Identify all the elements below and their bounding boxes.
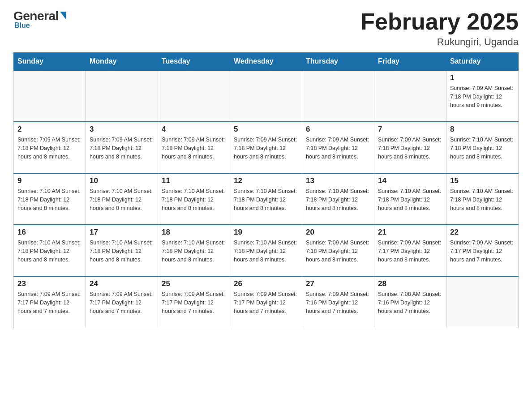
day-number: 23 — [17, 279, 82, 288]
day-info: Sunrise: 7:08 AM Sunset: 7:16 PM Dayligh… — [378, 290, 442, 315]
calendar-cell: 17Sunrise: 7:10 AM Sunset: 7:18 PM Dayli… — [86, 225, 158, 276]
day-number: 24 — [90, 279, 154, 288]
day-info: Sunrise: 7:10 AM Sunset: 7:18 PM Dayligh… — [234, 187, 298, 212]
calendar-cell — [230, 70, 302, 122]
day-number: 22 — [450, 228, 515, 237]
calendar-cell — [302, 70, 374, 122]
week-row-3: 9Sunrise: 7:10 AM Sunset: 7:18 PM Daylig… — [14, 173, 519, 225]
day-info: Sunrise: 7:09 AM Sunset: 7:18 PM Dayligh… — [306, 239, 370, 264]
calendar-cell: 5Sunrise: 7:09 AM Sunset: 7:18 PM Daylig… — [230, 122, 302, 173]
calendar-cell: 18Sunrise: 7:10 AM Sunset: 7:18 PM Dayli… — [158, 225, 230, 276]
calendar-cell: 7Sunrise: 7:09 AM Sunset: 7:18 PM Daylig… — [374, 122, 446, 173]
day-info: Sunrise: 7:10 AM Sunset: 7:18 PM Dayligh… — [17, 187, 82, 212]
calendar-cell: 12Sunrise: 7:10 AM Sunset: 7:18 PM Dayli… — [230, 173, 302, 225]
calendar-cell: 14Sunrise: 7:10 AM Sunset: 7:18 PM Dayli… — [374, 173, 446, 225]
day-header-tuesday: Tuesday — [158, 53, 230, 71]
day-number: 9 — [17, 176, 82, 185]
day-info: Sunrise: 7:10 AM Sunset: 7:18 PM Dayligh… — [378, 187, 442, 212]
calendar-cell: 2Sunrise: 7:09 AM Sunset: 7:18 PM Daylig… — [14, 122, 86, 173]
day-info: Sunrise: 7:09 AM Sunset: 7:18 PM Dayligh… — [306, 136, 370, 161]
week-row-4: 16Sunrise: 7:10 AM Sunset: 7:18 PM Dayli… — [14, 225, 519, 276]
day-header-wednesday: Wednesday — [230, 53, 302, 71]
day-number: 17 — [90, 228, 154, 237]
calendar-cell: 27Sunrise: 7:09 AM Sunset: 7:16 PM Dayli… — [302, 276, 374, 328]
calendar-cell — [446, 276, 519, 328]
day-info: Sunrise: 7:09 AM Sunset: 7:17 PM Dayligh… — [234, 290, 298, 315]
logo: General Blue — [13, 9, 66, 30]
calendar-cell: 10Sunrise: 7:10 AM Sunset: 7:18 PM Dayli… — [86, 173, 158, 225]
day-info: Sunrise: 7:10 AM Sunset: 7:18 PM Dayligh… — [450, 136, 515, 161]
calendar-cell: 3Sunrise: 7:09 AM Sunset: 7:18 PM Daylig… — [86, 122, 158, 173]
month-title: February 2025 — [360, 9, 519, 34]
page-header: General Blue February 2025 Rukungiri, Ug… — [13, 9, 519, 48]
day-number: 21 — [378, 228, 442, 237]
title-area: February 2025 Rukungiri, Uganda — [360, 9, 519, 48]
day-number: 8 — [450, 125, 515, 134]
calendar-cell: 25Sunrise: 7:09 AM Sunset: 7:17 PM Dayli… — [158, 276, 230, 328]
day-info: Sunrise: 7:09 AM Sunset: 7:18 PM Dayligh… — [450, 84, 515, 109]
calendar-cell: 1Sunrise: 7:09 AM Sunset: 7:18 PM Daylig… — [446, 70, 519, 122]
day-number: 18 — [162, 228, 226, 237]
calendar-cell: 6Sunrise: 7:09 AM Sunset: 7:18 PM Daylig… — [302, 122, 374, 173]
calendar-cell — [158, 70, 230, 122]
day-number: 2 — [17, 125, 82, 134]
day-number: 26 — [234, 279, 298, 288]
day-number: 25 — [162, 279, 226, 288]
day-number: 4 — [162, 125, 226, 134]
calendar-cell: 16Sunrise: 7:10 AM Sunset: 7:18 PM Dayli… — [14, 225, 86, 276]
day-number: 1 — [450, 73, 515, 82]
day-number: 3 — [90, 125, 154, 134]
calendar-header-row: SundayMondayTuesdayWednesdayThursdayFrid… — [14, 53, 519, 71]
day-header-thursday: Thursday — [302, 53, 374, 71]
day-info: Sunrise: 7:09 AM Sunset: 7:17 PM Dayligh… — [378, 239, 442, 264]
day-info: Sunrise: 7:09 AM Sunset: 7:18 PM Dayligh… — [162, 136, 226, 161]
day-header-saturday: Saturday — [446, 53, 519, 71]
calendar-cell: 13Sunrise: 7:10 AM Sunset: 7:18 PM Dayli… — [302, 173, 374, 225]
day-number: 28 — [378, 279, 442, 288]
calendar-cell — [14, 70, 86, 122]
day-header-sunday: Sunday — [14, 53, 86, 71]
calendar-cell: 15Sunrise: 7:10 AM Sunset: 7:18 PM Dayli… — [446, 173, 519, 225]
day-info: Sunrise: 7:10 AM Sunset: 7:18 PM Dayligh… — [90, 239, 154, 264]
location-label: Rukungiri, Uganda — [360, 36, 519, 48]
day-info: Sunrise: 7:09 AM Sunset: 7:17 PM Dayligh… — [17, 290, 82, 315]
day-number: 27 — [306, 279, 370, 288]
calendar-cell: 28Sunrise: 7:08 AM Sunset: 7:16 PM Dayli… — [374, 276, 446, 328]
day-info: Sunrise: 7:10 AM Sunset: 7:18 PM Dayligh… — [306, 187, 370, 212]
calendar-cell: 19Sunrise: 7:10 AM Sunset: 7:18 PM Dayli… — [230, 225, 302, 276]
calendar-cell: 22Sunrise: 7:09 AM Sunset: 7:17 PM Dayli… — [446, 225, 519, 276]
day-info: Sunrise: 7:09 AM Sunset: 7:17 PM Dayligh… — [162, 290, 226, 315]
calendar-cell: 8Sunrise: 7:10 AM Sunset: 7:18 PM Daylig… — [446, 122, 519, 173]
week-row-5: 23Sunrise: 7:09 AM Sunset: 7:17 PM Dayli… — [14, 276, 519, 328]
day-info: Sunrise: 7:09 AM Sunset: 7:17 PM Dayligh… — [450, 239, 515, 264]
calendar-cell — [374, 70, 446, 122]
day-number: 5 — [234, 125, 298, 134]
day-number: 14 — [378, 176, 442, 185]
calendar-cell: 9Sunrise: 7:10 AM Sunset: 7:18 PM Daylig… — [14, 173, 86, 225]
week-row-2: 2Sunrise: 7:09 AM Sunset: 7:18 PM Daylig… — [14, 122, 519, 173]
day-info: Sunrise: 7:09 AM Sunset: 7:18 PM Dayligh… — [378, 136, 442, 161]
calendar-cell: 24Sunrise: 7:09 AM Sunset: 7:17 PM Dayli… — [86, 276, 158, 328]
calendar-cell: 21Sunrise: 7:09 AM Sunset: 7:17 PM Dayli… — [374, 225, 446, 276]
day-number: 13 — [306, 176, 370, 185]
logo-triangle-icon — [60, 12, 66, 20]
day-info: Sunrise: 7:10 AM Sunset: 7:18 PM Dayligh… — [90, 187, 154, 212]
day-number: 12 — [234, 176, 298, 185]
day-number: 20 — [306, 228, 370, 237]
day-info: Sunrise: 7:09 AM Sunset: 7:18 PM Dayligh… — [17, 136, 82, 161]
day-info: Sunrise: 7:10 AM Sunset: 7:18 PM Dayligh… — [450, 187, 515, 212]
calendar-cell: 26Sunrise: 7:09 AM Sunset: 7:17 PM Dayli… — [230, 276, 302, 328]
day-info: Sunrise: 7:09 AM Sunset: 7:18 PM Dayligh… — [90, 136, 154, 161]
day-info: Sunrise: 7:10 AM Sunset: 7:18 PM Dayligh… — [17, 239, 82, 264]
calendar-cell — [86, 70, 158, 122]
day-number: 16 — [17, 228, 82, 237]
day-header-monday: Monday — [86, 53, 158, 71]
day-info: Sunrise: 7:10 AM Sunset: 7:18 PM Dayligh… — [162, 187, 226, 212]
logo-blue-text: Blue — [14, 21, 30, 30]
day-info: Sunrise: 7:09 AM Sunset: 7:16 PM Dayligh… — [306, 290, 370, 315]
day-header-friday: Friday — [374, 53, 446, 71]
calendar-cell: 4Sunrise: 7:09 AM Sunset: 7:18 PM Daylig… — [158, 122, 230, 173]
week-row-1: 1Sunrise: 7:09 AM Sunset: 7:18 PM Daylig… — [14, 70, 519, 122]
calendar-cell: 11Sunrise: 7:10 AM Sunset: 7:18 PM Dayli… — [158, 173, 230, 225]
day-info: Sunrise: 7:09 AM Sunset: 7:17 PM Dayligh… — [90, 290, 154, 315]
